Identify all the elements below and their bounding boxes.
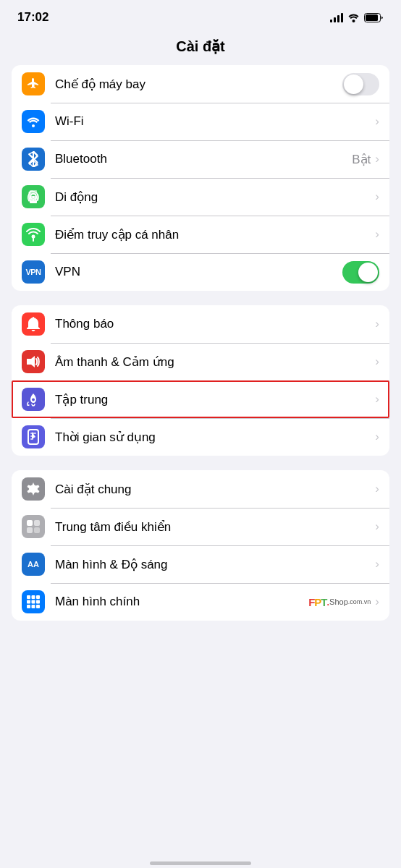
- battery-status-icon: [364, 13, 384, 22]
- notifications-section: Thông báo › Âm thanh & Cảm ứng › Tập tru…: [12, 305, 389, 456]
- screen-time-label: Thời gian sử dụng: [55, 430, 375, 445]
- svg-rect-31: [27, 600, 30, 604]
- notifications-icon: [22, 312, 45, 336]
- hotspot-icon: [22, 223, 45, 246]
- status-bar: 17:02: [0, 0, 401, 30]
- general-settings-chevron: ›: [375, 482, 379, 496]
- connectivity-section: Chế độ máy bay Wi-Fi ›: [12, 65, 389, 291]
- focus-label: Tập trung: [55, 392, 375, 407]
- sound-row[interactable]: Âm thanh & Cảm ứng ›: [12, 343, 389, 380]
- notifications-label: Thông báo: [55, 317, 375, 331]
- home-screen-row[interactable]: Màn hình chính F P T . Shop .com.vn ›: [12, 583, 389, 621]
- vpn-toggle-thumb: [358, 263, 378, 282]
- aa-text: AA: [28, 560, 39, 569]
- mobile-icon: ((•)): [22, 185, 45, 208]
- wifi-chevron: ›: [375, 114, 379, 129]
- home-screen-label: Màn hình chính: [55, 595, 308, 609]
- home-indicator: [0, 856, 401, 868]
- screen-time-chevron: ›: [375, 430, 379, 444]
- svg-rect-2: [366, 14, 378, 21]
- svg-rect-36: [36, 605, 40, 608]
- airplane-mode-label: Chế độ máy bay: [55, 77, 342, 92]
- mobile-chevron: ›: [375, 190, 379, 204]
- wifi-status-icon: [347, 13, 360, 22]
- airplane-mode-toggle[interactable]: [342, 73, 379, 95]
- sound-icon: [22, 350, 45, 373]
- sound-chevron: ›: [375, 354, 379, 369]
- control-center-row[interactable]: Trung tâm điều khiển ›: [12, 508, 389, 545]
- toggle-thumb: [344, 75, 363, 94]
- general-settings-label: Cài đặt chung: [55, 482, 375, 497]
- svg-rect-20: [30, 433, 36, 434]
- mobile-data-label: Di động: [55, 190, 375, 205]
- hotspot-row[interactable]: Điểm truy cập cá nhân ›: [12, 216, 389, 253]
- svg-rect-35: [32, 605, 35, 608]
- signal-icon: [330, 12, 343, 22]
- wifi-row-icon: [22, 110, 45, 133]
- display-row[interactable]: AA Màn hình & Độ sáng ›: [12, 545, 389, 583]
- home-screen-chevron: ›: [375, 595, 379, 609]
- control-center-chevron: ›: [375, 519, 379, 534]
- general-settings-row[interactable]: Cài đặt chung ›: [12, 470, 389, 508]
- home-bar: [150, 861, 251, 865]
- airplane-icon: [22, 72, 45, 95]
- svg-rect-29: [32, 595, 35, 599]
- focus-icon: [22, 388, 45, 411]
- svg-rect-32: [32, 600, 35, 604]
- svg-rect-24: [27, 520, 33, 526]
- svg-rect-26: [27, 527, 33, 533]
- control-center-label: Trung tâm điều khiển: [55, 519, 375, 535]
- sound-label: Âm thanh & Cảm ứng: [55, 354, 375, 370]
- control-center-icon: [22, 515, 45, 538]
- airplane-mode-row[interactable]: Chế độ máy bay: [12, 65, 389, 103]
- bluetooth-icon: [22, 148, 45, 171]
- display-icon: AA: [22, 553, 45, 576]
- general-section: Cài đặt chung › Trung tâm điều khiển › A…: [12, 470, 389, 621]
- hotspot-chevron: ›: [375, 227, 379, 242]
- notifications-row[interactable]: Thông báo ›: [12, 305, 389, 343]
- svg-rect-33: [36, 600, 40, 604]
- bluetooth-label: Bluetooth: [55, 152, 352, 166]
- general-settings-icon: [22, 477, 45, 501]
- svg-rect-27: [34, 527, 40, 533]
- wifi-label: Wi-Fi: [55, 114, 375, 129]
- page-header: Cài đặt: [0, 30, 401, 65]
- home-screen-icon: [22, 590, 45, 613]
- bluetooth-chevron: ›: [375, 152, 379, 166]
- vpn-icon: VPN: [22, 260, 45, 284]
- svg-point-3: [32, 124, 35, 127]
- status-icons: [330, 12, 384, 22]
- notifications-chevron: ›: [375, 317, 379, 331]
- svg-rect-30: [36, 595, 40, 599]
- vpn-text: VPN: [25, 268, 41, 276]
- bluetooth-value: Bật: [352, 152, 371, 167]
- vpn-row[interactable]: VPN VPN: [12, 253, 389, 291]
- vpn-toggle[interactable]: [342, 261, 379, 284]
- svg-rect-28: [27, 595, 30, 599]
- screen-time-row[interactable]: Thời gian sử dụng ›: [12, 418, 389, 456]
- svg-rect-34: [27, 605, 30, 608]
- svg-marker-17: [27, 356, 35, 367]
- page-title: Cài đặt: [0, 38, 401, 55]
- bluetooth-row[interactable]: Bluetooth Bật ›: [12, 140, 389, 178]
- mobile-data-row[interactable]: ((•)) Di động ›: [12, 178, 389, 216]
- display-chevron: ›: [375, 557, 379, 571]
- svg-point-0: [353, 20, 355, 22]
- status-time: 17:02: [17, 10, 48, 25]
- display-label: Màn hình & Độ sáng: [55, 557, 375, 572]
- svg-point-18: [32, 399, 35, 401]
- svg-text:((•)): ((•)): [28, 193, 40, 201]
- focus-chevron: ›: [375, 392, 379, 407]
- svg-rect-25: [34, 520, 40, 526]
- vpn-label: VPN: [55, 265, 342, 279]
- fpt-watermark: F P T . Shop .com.vn: [308, 596, 371, 608]
- screen-time-icon: [22, 425, 45, 448]
- hotspot-label: Điểm truy cập cá nhân: [55, 227, 375, 242]
- wifi-row[interactable]: Wi-Fi ›: [12, 103, 389, 140]
- focus-row[interactable]: Tập trung ›: [12, 380, 389, 418]
